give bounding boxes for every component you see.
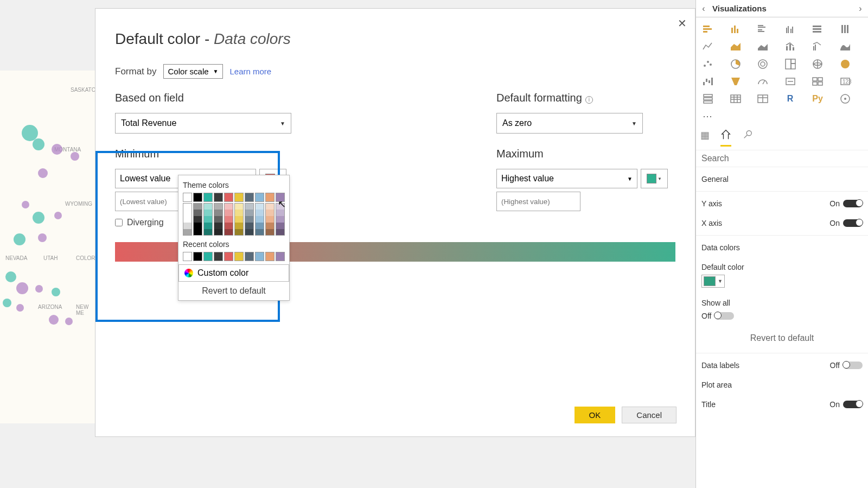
color-shade[interactable] (224, 223, 233, 229)
color-shade[interactable] (234, 216, 244, 223)
color-swatch[interactable] (183, 193, 192, 202)
color-shade[interactable] (203, 223, 213, 229)
key-influencers-icon[interactable] (839, 92, 852, 105)
color-shade[interactable] (214, 203, 223, 210)
recent-color-swatch[interactable] (193, 252, 202, 261)
scatter-icon[interactable] (701, 58, 714, 71)
color-shade[interactable] (276, 223, 285, 229)
maximum-value-input[interactable] (496, 192, 580, 211)
search-input[interactable]: Search (696, 150, 868, 167)
map-icon[interactable] (811, 58, 824, 71)
color-shade[interactable] (224, 216, 233, 223)
color-shade[interactable] (224, 229, 233, 236)
table-icon[interactable] (729, 92, 742, 105)
fields-tab-icon[interactable]: ▦ (700, 129, 710, 147)
default-color-chip[interactable] (701, 275, 725, 288)
filled-map-icon[interactable] (839, 58, 852, 71)
color-shade[interactable] (183, 216, 192, 223)
color-shade[interactable] (183, 229, 192, 236)
color-shade[interactable] (193, 216, 202, 223)
color-shade[interactable] (245, 203, 254, 210)
color-shade[interactable] (234, 223, 244, 229)
color-shade[interactable] (224, 210, 233, 216)
color-swatch[interactable] (193, 193, 202, 202)
default-formatting-dropdown[interactable]: As zero (496, 113, 643, 134)
stacked-area-icon[interactable] (756, 40, 769, 53)
slicer-icon[interactable] (701, 92, 714, 105)
color-shade[interactable] (193, 223, 202, 229)
ok-button[interactable]: OK (575, 407, 616, 423)
format-tab-icon[interactable] (720, 129, 731, 147)
pane-back-button[interactable]: ‹ (698, 4, 709, 14)
matrix-icon[interactable] (756, 92, 769, 105)
stacked-bar-icon[interactable] (701, 23, 714, 36)
recent-color-swatch[interactable] (255, 252, 264, 261)
recent-color-swatch[interactable] (234, 252, 244, 261)
diverging-checkbox[interactable] (115, 219, 123, 226)
color-shade[interactable] (255, 203, 264, 210)
color-swatch[interactable] (234, 193, 244, 202)
color-shade[interactable] (265, 210, 275, 216)
pane-revert-button[interactable]: Revert to default (701, 326, 863, 351)
color-shade[interactable] (255, 216, 264, 223)
funnel-icon[interactable] (729, 75, 742, 88)
format-by-dropdown[interactable]: Color scale (163, 64, 224, 79)
color-shade[interactable] (276, 229, 285, 236)
treemap-icon[interactable] (784, 58, 797, 71)
recent-color-swatch[interactable] (203, 252, 213, 261)
recent-color-swatch[interactable] (245, 252, 254, 261)
analytics-tab-icon[interactable] (742, 129, 753, 147)
color-shade[interactable] (214, 210, 223, 216)
area-chart-icon[interactable] (729, 40, 742, 53)
color-shade[interactable] (245, 223, 254, 229)
general-section[interactable]: General (701, 169, 863, 189)
custom-color-button[interactable]: Custom color (178, 264, 289, 282)
multi-card-icon[interactable] (811, 75, 824, 88)
python-visual-icon[interactable]: Py (811, 92, 824, 105)
color-shade[interactable] (203, 229, 213, 236)
recent-color-swatch[interactable] (224, 252, 233, 261)
color-shade[interactable] (183, 223, 192, 229)
clustered-bar-icon[interactable] (756, 23, 769, 36)
color-shade[interactable] (234, 229, 244, 236)
kpi-icon[interactable]: 123 (839, 75, 852, 88)
color-shade[interactable] (224, 203, 233, 210)
color-shade[interactable] (245, 216, 254, 223)
learn-more-link[interactable]: Learn more (229, 67, 271, 76)
color-shade[interactable] (265, 223, 275, 229)
maximum-color-button[interactable] (641, 169, 668, 188)
yaxis-toggle[interactable] (843, 200, 863, 207)
color-shade[interactable] (265, 203, 275, 210)
waterfall-icon[interactable] (701, 75, 714, 88)
color-shade[interactable] (245, 229, 254, 236)
color-shade[interactable] (255, 223, 264, 229)
donut-icon[interactable] (756, 58, 769, 71)
recent-color-swatch[interactable] (183, 252, 192, 261)
color-swatch[interactable] (214, 193, 223, 202)
xaxis-toggle[interactable] (843, 219, 863, 227)
color-shade[interactable] (234, 210, 244, 216)
color-swatch[interactable] (203, 193, 213, 202)
r-visual-icon[interactable]: R (784, 92, 797, 105)
data-colors-section[interactable]: Data colors (701, 238, 863, 257)
revert-to-default-button[interactable]: Revert to default (178, 282, 289, 300)
color-shade[interactable] (276, 216, 285, 223)
info-icon[interactable]: i (585, 96, 593, 104)
color-swatch[interactable] (255, 193, 264, 202)
color-shade[interactable] (276, 210, 285, 216)
stacked-column-icon[interactable] (729, 23, 742, 36)
color-shade[interactable] (214, 229, 223, 236)
color-shade[interactable] (183, 210, 192, 216)
based-on-field-dropdown[interactable]: Total Revenue (115, 113, 291, 134)
color-shade[interactable] (214, 216, 223, 223)
recent-color-swatch[interactable] (265, 252, 275, 261)
maximum-mode-dropdown[interactable]: Highest value (496, 169, 637, 188)
color-shade[interactable] (255, 229, 264, 236)
ribbon-icon[interactable] (839, 40, 852, 53)
color-swatch[interactable] (265, 193, 275, 202)
color-shade[interactable] (255, 210, 264, 216)
hundred-bar-icon[interactable] (811, 23, 824, 36)
color-shade[interactable] (193, 210, 202, 216)
plot-area-section[interactable]: Plot area (701, 375, 863, 395)
hundred-column-icon[interactable] (839, 23, 852, 36)
